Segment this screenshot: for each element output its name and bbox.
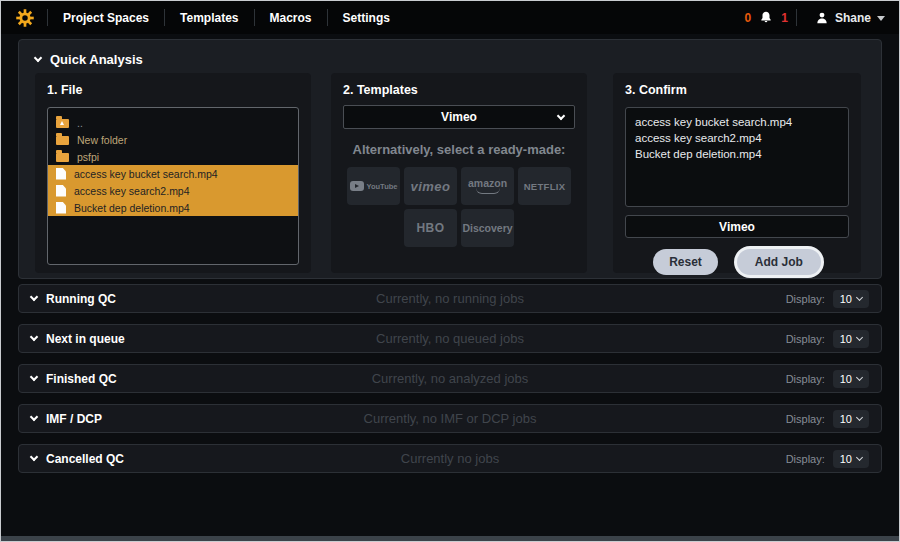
brand-button-amazon[interactable]: amazon: [461, 167, 514, 205]
brand-label: amazon: [468, 179, 507, 188]
entry-label: New folder: [77, 134, 127, 146]
file-icon: [56, 202, 66, 214]
file-row-selected[interactable]: access key bucket search.mp4: [48, 165, 298, 182]
nav-item-project-spaces[interactable]: Project Spaces: [48, 11, 164, 25]
templates-panel: 2. Templates Vimeo Alternatively, select…: [331, 73, 587, 273]
file-row-selected[interactable]: Bucket dep deletion.mp4: [48, 199, 298, 216]
youtube-icon: [350, 181, 364, 191]
file-row-folder[interactable]: New folder: [48, 131, 298, 148]
section-running-qc: Currently, no running jobs Running QC Di…: [18, 284, 882, 313]
display-count-value: 10: [840, 413, 852, 425]
display-label: Display:: [786, 453, 825, 465]
display-label: Display:: [786, 373, 825, 385]
user-name: Shane: [835, 11, 871, 25]
quick-analysis-card: Quick Analysis 1. File .. New folder: [18, 39, 882, 279]
chevron-down-icon: [856, 373, 863, 380]
file-row-selected[interactable]: access key search2.mp4: [48, 182, 298, 199]
brand-grid: YouTube vimeo amazon NETFLIX: [343, 167, 575, 247]
nav-divider: [796, 9, 797, 26]
chevron-down-icon: [30, 333, 38, 341]
section-next-in-queue: Currently, no queued jobs Next in queue …: [18, 324, 882, 353]
empty-state-text: Currently, no running jobs: [19, 291, 881, 306]
bell-icon[interactable]: [759, 10, 773, 25]
chevron-down-icon: [557, 111, 565, 119]
folder-icon: [56, 153, 69, 162]
section-imf-dcp: Currently, no IMF or DCP jobs IMF / DCP …: [18, 404, 882, 433]
confirm-panel-title: 3. Confirm: [625, 83, 849, 99]
brand-button-vimeo[interactable]: vimeo: [404, 167, 457, 205]
file-row-parent-dir[interactable]: ..: [48, 114, 298, 131]
brand-button-discovery[interactable]: Discovery: [461, 209, 514, 247]
entry-label: access key search2.mp4: [74, 185, 190, 197]
top-navbar: Project Spaces Templates Macros Settings…: [1, 1, 899, 34]
empty-state-text: Currently no jobs: [19, 451, 881, 466]
display-count-select[interactable]: 10: [833, 290, 869, 308]
brand-button-hbo[interactable]: HBO: [404, 209, 457, 247]
display-label: Display:: [786, 413, 825, 425]
section-header[interactable]: Finished QC: [31, 372, 117, 386]
section-cancelled-qc: Currently no jobs Cancelled QC Display: …: [18, 444, 882, 473]
brand-label: Discovery: [462, 222, 512, 234]
display-count-value: 10: [840, 373, 852, 385]
file-icon: [56, 168, 66, 180]
templates-panel-title: 2. Templates: [343, 83, 575, 99]
section-title: Next in queue: [46, 332, 125, 346]
nav-item-templates[interactable]: Templates: [165, 11, 253, 25]
display-count-select[interactable]: 10: [833, 370, 869, 388]
chevron-down-icon: [30, 373, 38, 381]
confirm-file: Bucket dep deletion.mp4: [635, 146, 839, 162]
brand-button-netflix[interactable]: NETFLIX: [518, 167, 571, 205]
display-count-select[interactable]: 10: [833, 450, 869, 468]
chevron-down-icon: [856, 453, 863, 460]
confirm-file: access key bucket search.mp4: [635, 114, 839, 130]
nav-item-macros[interactable]: Macros: [255, 11, 327, 25]
chevron-down-icon: [30, 293, 38, 301]
chevron-down-icon: [877, 16, 885, 21]
empty-state-text: Currently, no queued jobs: [19, 331, 881, 346]
section-title: Finished QC: [46, 372, 117, 386]
chevron-down-icon: [856, 413, 863, 420]
folder-up-icon: [56, 119, 69, 128]
file-browser: .. New folder psfpi access key buck: [47, 107, 299, 265]
reset-button[interactable]: Reset: [653, 249, 718, 275]
section-header[interactable]: IMF / DCP: [31, 412, 102, 426]
gear-icon: [15, 8, 35, 28]
display-count-select[interactable]: 10: [833, 410, 869, 428]
ready-made-label: Alternatively, select a ready-made:: [343, 142, 575, 157]
display-count-value: 10: [840, 453, 852, 465]
section-header[interactable]: Running QC: [31, 292, 116, 306]
confirm-file-list: access key bucket search.mp4 access key …: [625, 107, 849, 207]
template-select[interactable]: Vimeo: [343, 105, 575, 129]
brand-label: HBO: [416, 221, 444, 235]
app-logo[interactable]: [15, 8, 35, 28]
quick-analysis-title: Quick Analysis: [50, 52, 143, 67]
nav-item-settings[interactable]: Settings: [328, 11, 405, 25]
notification-count-warning: 0: [745, 11, 752, 25]
section-title: Running QC: [46, 292, 116, 306]
add-job-button[interactable]: Add Job: [737, 249, 821, 275]
entry-label: psfpi: [77, 151, 99, 163]
entry-label: Bucket dep deletion.mp4: [74, 202, 190, 214]
user-icon: [815, 11, 829, 25]
confirm-panel: 3. Confirm access key bucket search.mp4 …: [613, 73, 861, 273]
folder-icon: [56, 136, 69, 145]
quick-analysis-header[interactable]: Quick Analysis: [35, 49, 865, 69]
brand-label: YouTube: [367, 182, 398, 191]
display-count-value: 10: [840, 293, 852, 305]
brand-button-youtube[interactable]: YouTube: [347, 167, 400, 205]
chevron-down-icon: [856, 333, 863, 340]
chevron-down-icon: [34, 53, 42, 61]
app-window: Project Spaces Templates Macros Settings…: [0, 0, 900, 542]
chevron-down-icon: [856, 293, 863, 300]
template-select-value: Vimeo: [441, 110, 477, 124]
section-header[interactable]: Next in queue: [31, 332, 125, 346]
display-label: Display:: [786, 333, 825, 345]
file-icon: [56, 185, 66, 197]
display-count-select[interactable]: 10: [833, 330, 869, 348]
notification-count-error: 1: [781, 11, 788, 25]
file-panel: 1. File .. New folder psfpi: [35, 73, 311, 273]
user-menu[interactable]: Shane: [805, 11, 885, 25]
horizontal-scrollbar[interactable]: [1, 536, 899, 541]
section-header[interactable]: Cancelled QC: [31, 452, 124, 466]
file-row-folder[interactable]: psfpi: [48, 148, 298, 165]
